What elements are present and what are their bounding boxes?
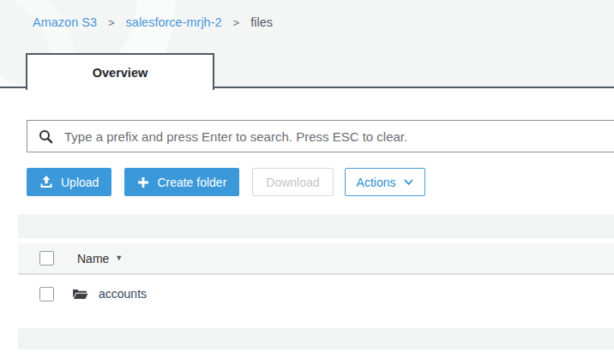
create-folder-button-label: Create folder xyxy=(157,176,226,189)
breadcrumb-bucket-link[interactable]: salesforce-mrjh-2 xyxy=(126,15,222,29)
column-header-name[interactable]: Name ▼ xyxy=(77,252,123,266)
folder-icon xyxy=(72,288,88,301)
download-button[interactable]: Download xyxy=(252,168,333,196)
prefix-search-box xyxy=(27,120,614,152)
upload-button[interactable]: Upload xyxy=(27,168,111,196)
chevron-down-icon xyxy=(404,179,413,186)
search-icon xyxy=(39,129,53,144)
column-header-name-label: Name xyxy=(77,252,109,266)
folder-name-link[interactable]: accounts xyxy=(99,287,147,301)
tab-overview[interactable]: Overview xyxy=(26,53,214,90)
table-row: accounts xyxy=(18,275,614,313)
sort-desc-icon: ▼ xyxy=(115,254,123,262)
actions-dropdown-button[interactable]: Actions xyxy=(345,168,425,196)
breadcrumb-amazon-s3-link[interactable]: Amazon S3 xyxy=(33,15,97,29)
row-checkbox[interactable] xyxy=(39,287,54,301)
upload-button-label: Upload xyxy=(61,176,99,189)
prefix-search-input[interactable] xyxy=(64,129,614,144)
breadcrumb: Amazon S3 > salesforce-mrjh-2 > files xyxy=(33,15,273,29)
breadcrumb-current-prefix: files xyxy=(250,15,273,29)
actions-button-label: Actions xyxy=(357,176,396,189)
table-footer-band xyxy=(18,328,614,349)
breadcrumb-separator-icon: > xyxy=(233,16,240,29)
tab-overview-label: Overview xyxy=(93,66,148,80)
plus-icon xyxy=(137,176,149,188)
upload-icon xyxy=(39,176,53,188)
table-toolbar-band xyxy=(18,214,614,238)
table-header-row: Name ▼ xyxy=(18,243,614,275)
object-actions-toolbar: Upload Create folder Download Actions xyxy=(27,168,425,196)
create-folder-button[interactable]: Create folder xyxy=(124,168,239,196)
select-all-checkbox[interactable] xyxy=(39,251,54,266)
breadcrumb-separator-icon: > xyxy=(108,16,115,29)
download-button-label: Download xyxy=(266,176,319,189)
